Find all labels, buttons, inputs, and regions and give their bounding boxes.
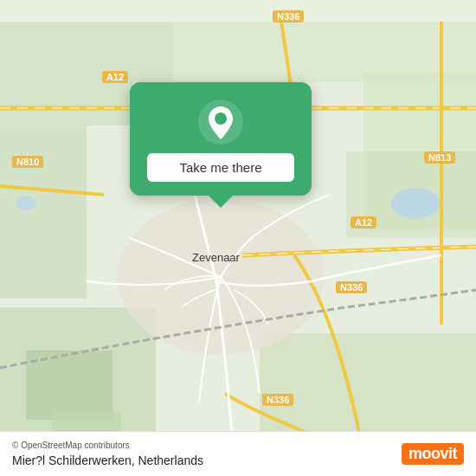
- bottom-bar: © OpenStreetMap contributors Mier?l Schi…: [0, 431, 476, 476]
- bottom-left-info: © OpenStreetMap contributors Mier?l Schi…: [12, 441, 203, 467]
- road-label-a12-mid: A12: [351, 216, 376, 228]
- svg-rect-4: [0, 125, 87, 299]
- svg-point-7: [16, 196, 36, 210]
- svg-rect-2: [173, 22, 476, 82]
- road-label-n813: N813: [424, 151, 455, 164]
- road-label-n336-bot: N336: [262, 394, 293, 406]
- moovit-logo: moovit: [402, 443, 464, 465]
- svg-point-19: [215, 113, 227, 125]
- moovit-brand: moovit: [402, 443, 464, 465]
- svg-rect-10: [26, 351, 113, 420]
- road-label-n336-top: N336: [273, 10, 304, 23]
- take-me-there-button[interactable]: Take me there: [147, 153, 294, 182]
- map-svg: [0, 0, 476, 476]
- popup-card: Take me there: [130, 82, 312, 196]
- osm-attribution: © OpenStreetMap contributors: [12, 441, 203, 450]
- location-pin-icon: [198, 100, 243, 145]
- location-name: Mier?l Schilderwerken, Netherlands: [12, 453, 203, 467]
- city-label: Zevenaar: [192, 251, 240, 264]
- svg-point-6: [391, 188, 440, 219]
- map-container: N336 A12 N810 N813 A12 N336 N336 Zevenaa…: [0, 0, 476, 476]
- road-label-n810: N810: [12, 156, 43, 168]
- road-label-n336-mid: N336: [336, 281, 367, 293]
- road-label-a12-top: A12: [102, 71, 128, 83]
